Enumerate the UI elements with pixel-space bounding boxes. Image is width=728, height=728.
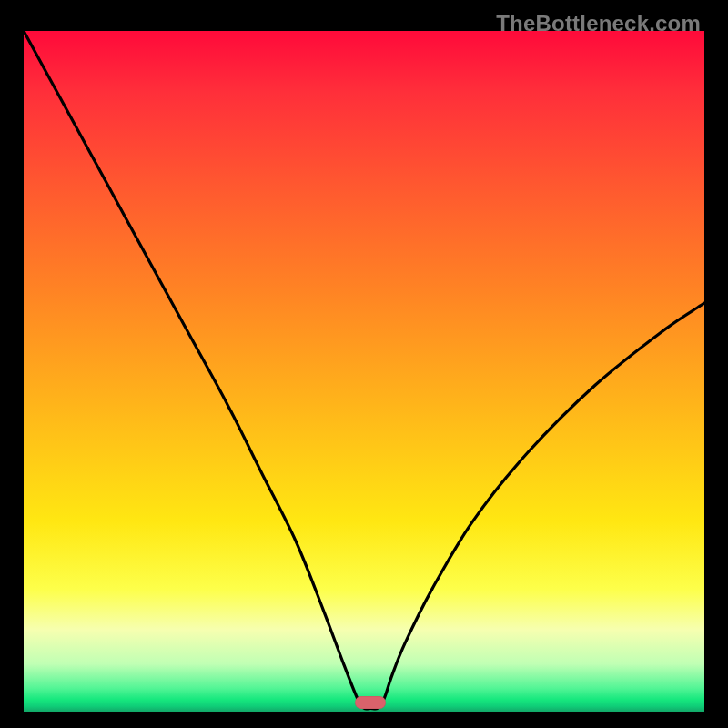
plot-area xyxy=(24,31,704,712)
bottleneck-curve xyxy=(24,31,704,712)
optimal-marker xyxy=(355,696,386,709)
chart-frame: TheBottleneck.com xyxy=(9,9,719,719)
